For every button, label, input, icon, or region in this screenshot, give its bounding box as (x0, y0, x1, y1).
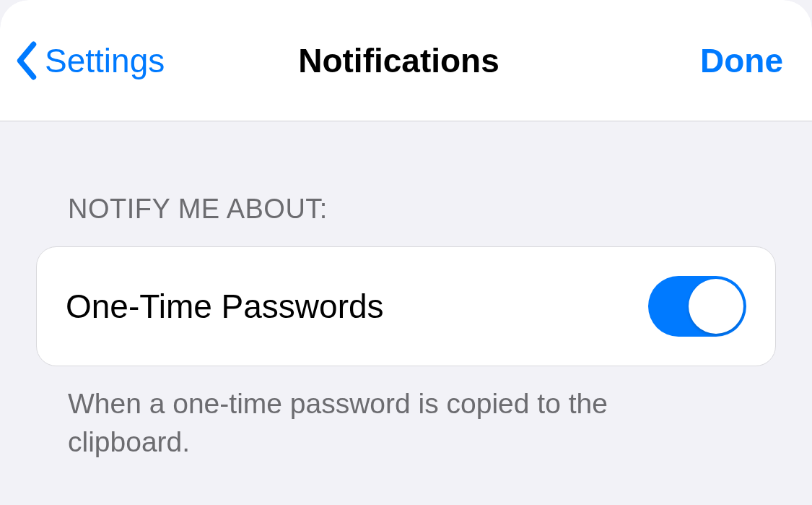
section-footer: When a one-time password is copied to th… (36, 385, 686, 461)
row-label: One-Time Passwords (66, 287, 384, 326)
done-button[interactable]: Done (700, 41, 783, 80)
toggle-knob (689, 279, 743, 334)
content-area: Notify me about: One-Time Passwords When… (0, 194, 812, 461)
back-button[interactable]: Settings (14, 41, 195, 80)
section-header: Notify me about: (36, 194, 776, 225)
list-row-one-time-passwords: One-Time Passwords (36, 246, 776, 366)
chevron-left-icon (14, 41, 39, 80)
navigation-bar: Settings Notifications Done (0, 0, 812, 121)
page-title: Notifications (195, 41, 603, 80)
back-label: Settings (45, 41, 165, 80)
one-time-passwords-toggle[interactable] (648, 276, 746, 337)
